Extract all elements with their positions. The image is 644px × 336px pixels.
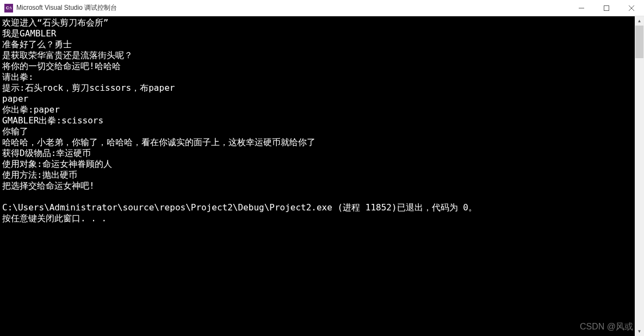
vertical-scrollbar[interactable]: ▲ ▼ (635, 16, 644, 336)
window-titlebar: C:\ Microsoft Visual Studio 调试控制台 (0, 0, 644, 16)
window-controls (569, 0, 644, 16)
scrollbar-thumb[interactable] (635, 26, 643, 58)
scroll-up-arrow[interactable]: ▲ (635, 16, 644, 26)
app-icon: C:\ (4, 4, 13, 13)
console-area: 欢迎进入“石头剪刀布会所” 我是GAMBLER 准备好了么？勇士 是获取荣华富贵… (0, 16, 644, 336)
close-button[interactable] (619, 0, 644, 16)
console-output[interactable]: 欢迎进入“石头剪刀布会所” 我是GAMBLER 准备好了么？勇士 是获取荣华富贵… (0, 16, 635, 336)
window-title: Microsoft Visual Studio 调试控制台 (16, 3, 569, 13)
scroll-down-arrow[interactable]: ▼ (635, 327, 644, 336)
maximize-button[interactable] (594, 0, 619, 16)
minimize-button[interactable] (569, 0, 594, 16)
svg-rect-1 (604, 5, 609, 10)
